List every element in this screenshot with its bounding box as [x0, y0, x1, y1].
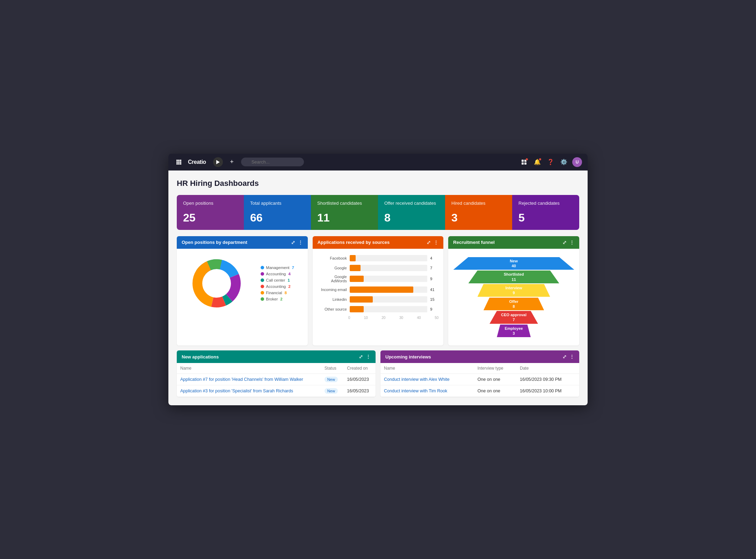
- stat-label-4: Hired candidates: [451, 201, 506, 206]
- top-navigation: Creatio + 🔍 🔔: [168, 154, 588, 170]
- table-row: Conduct interview with Alex White One on…: [380, 374, 579, 385]
- legend-item-callcenter: Call center 1: [261, 278, 294, 282]
- stat-value-4: 3: [451, 211, 506, 224]
- funnel-label-3: Offer8: [509, 299, 518, 309]
- bar-label-5: Other source: [319, 307, 347, 311]
- user-avatar[interactable]: U: [572, 157, 582, 167]
- app-status-1: New: [321, 374, 343, 385]
- more-icon[interactable]: ⋮: [298, 240, 303, 245]
- sources-more-icon[interactable]: ⋮: [434, 240, 438, 245]
- new-apps-table-header-row: Name Status Created on: [177, 363, 376, 374]
- bar-track-1: [350, 265, 428, 271]
- notifications-button-wrap: 🔔: [532, 157, 542, 167]
- new-apps-body: Name Status Created on Application #7 fo…: [177, 363, 376, 397]
- sources-header: Applications received by sources ⤢ ⋮: [313, 236, 444, 249]
- interviews-more-icon[interactable]: ⋮: [569, 354, 574, 360]
- funnel-title: Recruitment funnel: [453, 240, 494, 245]
- legend-dot-callcenter: [261, 278, 264, 282]
- interviews-header-icons: ⤢ ⋮: [562, 354, 574, 360]
- interviews-expand-icon[interactable]: ⤢: [562, 354, 567, 360]
- col-created: Created on: [343, 363, 376, 374]
- interview-name-1[interactable]: Conduct interview with Alex White: [380, 374, 474, 385]
- bar-track-5: [350, 306, 428, 312]
- col-interview-type: Interview type: [474, 363, 516, 374]
- expand-icon[interactable]: ⤢: [291, 240, 295, 245]
- interviews-header-row: Name Interview type Date: [380, 363, 579, 374]
- bar-track-2: [350, 276, 428, 282]
- open-positions-header-icons: ⤢ ⋮: [291, 240, 303, 245]
- interview-date-2: 16/05/2023 10:00 PM: [516, 385, 579, 397]
- interviews-table-head: Name Interview type Date: [380, 363, 579, 374]
- interview-name-2[interactable]: Conduct interview with Tim Rook: [380, 385, 474, 397]
- new-apps-table-body: Application #7 for position 'Head Channe…: [177, 374, 376, 397]
- search-input[interactable]: [241, 158, 304, 166]
- open-positions-widget: Open positions by department ⤢ ⋮: [177, 236, 308, 346]
- settings-button[interactable]: ⚙️: [559, 157, 569, 167]
- svg-rect-1: [178, 160, 180, 161]
- interview-date-1: 16/05/2023 09:30 PM: [516, 374, 579, 385]
- bar-track-3: [350, 286, 428, 293]
- studio-badge: [525, 158, 528, 161]
- svg-rect-12: [522, 162, 524, 165]
- stat-card-2: Shortlisted candidates 11: [311, 195, 378, 230]
- funnel-level-4: CEO approval7: [489, 311, 538, 324]
- funnel-more-icon[interactable]: ⋮: [569, 240, 574, 245]
- play-button[interactable]: [213, 157, 223, 167]
- funnel-label-2: Interview9: [506, 285, 522, 296]
- brand-logo: Creatio: [188, 159, 206, 165]
- bar-fill-4: [350, 296, 373, 303]
- funnel-header-icons: ⤢ ⋮: [562, 240, 574, 245]
- table-row: Conduct interview with Tim Rook One on o…: [380, 385, 579, 397]
- stat-label-3: Offer received candidates: [384, 201, 439, 206]
- bar-chart: Facebook 4 Google 7 Google AdWords 9 Inc…: [318, 254, 439, 312]
- col-interview-date: Date: [516, 363, 579, 374]
- legend-dot-accounting2: [261, 285, 264, 288]
- legend-item-financial: Financial 8: [261, 291, 294, 295]
- bar-track-0: [350, 255, 428, 261]
- funnel-expand-icon[interactable]: ⤢: [562, 240, 567, 245]
- stat-card-5: Rejected candidates 5: [512, 195, 579, 230]
- bar-val-1: 7: [430, 266, 437, 270]
- svg-rect-8: [180, 163, 181, 165]
- new-apps-expand-icon[interactable]: ⤢: [359, 354, 363, 360]
- funnel-level-0: New40: [453, 257, 574, 270]
- grid-menu-button[interactable]: [174, 157, 184, 167]
- bar-fill-2: [350, 276, 364, 282]
- funnel-level-5: Employee3: [497, 325, 531, 337]
- open-positions-title: Open positions by department: [182, 240, 247, 245]
- interviews-table-body: Conduct interview with Alex White One on…: [380, 374, 579, 397]
- stat-label-5: Rejected candidates: [518, 201, 573, 206]
- bar-axis: 0 10 20 30 40 50: [318, 316, 439, 320]
- col-status: Status: [321, 363, 343, 374]
- legend-dot-financial: [261, 291, 264, 295]
- legend-item-accounting: Accounting 4: [261, 272, 294, 276]
- main-content: HR Hiring Dashboards Open positions 25 T…: [168, 170, 588, 406]
- app-date-2: 16/05/2023: [343, 385, 376, 397]
- stat-value-2: 11: [317, 211, 372, 224]
- new-apps-more-icon[interactable]: ⋮: [366, 354, 371, 360]
- funnel-body: New40Shortlisted11Interview9Offer8CEO ap…: [448, 249, 579, 346]
- funnel-label-4: CEO approval7: [501, 312, 526, 322]
- bar-fill-1: [350, 265, 361, 271]
- interviews-header: Upcoming interviews ⤢ ⋮: [380, 350, 579, 363]
- bar-fill-3: [350, 286, 414, 293]
- app-name-1[interactable]: Application #7 for position 'Head Channe…: [177, 374, 321, 385]
- open-positions-body: Management 7 Accounting 4 Call center: [177, 249, 308, 318]
- stat-value-5: 5: [518, 211, 573, 224]
- bar-row-5: Other source 9: [319, 306, 437, 312]
- add-button[interactable]: +: [227, 157, 237, 167]
- app-date-1: 16/05/2023: [343, 374, 376, 385]
- help-button[interactable]: ❓: [546, 157, 555, 167]
- nav-right: 🔔 ❓ ⚙️ U: [519, 157, 582, 167]
- stat-card-0: Open positions 25: [177, 195, 244, 230]
- sources-expand-icon[interactable]: ⤢: [427, 240, 431, 245]
- bar-val-4: 15: [430, 297, 437, 302]
- svg-rect-13: [524, 162, 526, 165]
- app-window: Creatio + 🔍 🔔: [168, 154, 588, 406]
- new-apps-header: New applications ⤢ ⋮: [177, 350, 376, 363]
- app-name-2[interactable]: Application #3 for position 'Specialist'…: [177, 385, 321, 397]
- upcoming-interviews-widget: Upcoming interviews ⤢ ⋮ Name Interview t…: [380, 350, 579, 397]
- svg-marker-9: [216, 160, 220, 164]
- funnel-label-5: Employee3: [505, 326, 523, 336]
- funnel-label-0: New40: [510, 259, 518, 269]
